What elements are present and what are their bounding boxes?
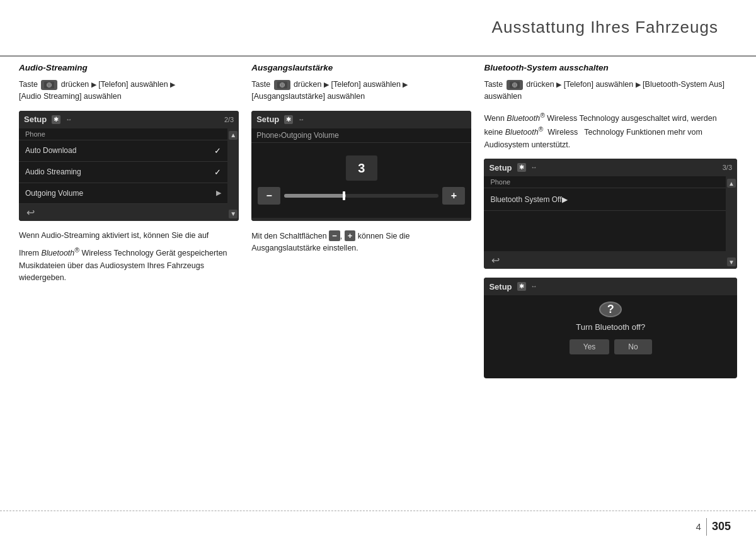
check-icon-auto-download: ✓	[214, 146, 221, 155]
usb-icon-3: ↔	[531, 164, 541, 171]
arrow-icon-outgoing-volume: ▶	[216, 189, 221, 197]
volume-path-label: Phone›Outgoing Volume	[251, 128, 471, 143]
menu-item-outgoing-volume: Outgoing Volume ▶	[19, 183, 227, 205]
screen-title-4: Setup	[489, 282, 512, 291]
instruction-audio-streaming: Taste drücken ▶ [Telefon] auswählen ▶ [A…	[19, 79, 239, 103]
volume-header: Setup ✱ ↔	[251, 111, 471, 128]
back-bar-2: ↩	[251, 218, 471, 221]
chapter-number: 4	[696, 521, 701, 532]
col-ausgangslautstarke: Ausgangslautstärke Taste drücken ▶ [Tele…	[251, 63, 471, 507]
taste-button-icon-3	[507, 80, 523, 90]
content-columns: Audio-Streaming Taste drücken ▶ [Telefon…	[19, 63, 737, 507]
bluetooth-icon-2: ✱	[284, 115, 293, 124]
scroll-down-btn-1[interactable]: ▼	[229, 210, 238, 218]
device-screen-ausgangslautstarke: Setup ✱ ↔ Phone›Outgoing Volume 3 − +	[251, 111, 471, 221]
back-bar-3: ↩	[484, 251, 726, 269]
col-audio-streaming: Audio-Streaming Taste drücken ▶ [Telefon…	[19, 63, 239, 507]
scroll-bar-3: ▲ ▼	[726, 176, 737, 269]
dialog-question-icon: ?	[599, 302, 622, 317]
scroll-up-btn-1[interactable]: ▲	[229, 131, 238, 140]
section-title-audio-streaming: Audio-Streaming	[19, 63, 239, 72]
section-title-ausgangslautstarke: Ausgangslautstärke	[251, 63, 471, 72]
volume-bar	[284, 194, 438, 198]
device-screen-audio-streaming: Setup ✱ ↔ 2/3 Phone Auto Download ✓ Audi…	[19, 111, 239, 221]
check-icon-audio-streaming: ✓	[214, 167, 221, 177]
instruction-bluetooth-off: Taste drücken ▶ [Telefon] auswählen ▶ [B…	[484, 79, 737, 103]
description-text-bt-off: Wenn Bluetooth® Wireless Technology ausg…	[484, 111, 737, 151]
page-footer: 4 305	[0, 511, 756, 542]
usb-icon-1: ↔	[66, 116, 76, 123]
volume-title: Setup	[256, 115, 279, 124]
description-text-volume: Mit den Schaltflächen −, + können Sie di…	[251, 230, 471, 255]
col-bluetooth-off: Bluetooth-System ausschalten Taste drück…	[484, 63, 737, 507]
device-screen-bt-off-menu: Setup ✱ ↔ 3/3 Phone Bluetooth System Off…	[484, 159, 737, 269]
taste-button-icon-1	[41, 80, 57, 90]
screen-header-4: Setup ✱ ↔	[484, 278, 737, 295]
footer-divider	[706, 518, 707, 536]
menu-item-bt-system-off: Bluetooth System Off ▶	[484, 188, 726, 211]
usb-icon-4: ↔	[531, 283, 541, 290]
back-arrow-icon-3: ↩	[491, 254, 500, 266]
menu-item-auto-download: Auto Download ✓	[19, 140, 227, 162]
scroll-down-btn-3[interactable]: ▼	[727, 257, 736, 266]
menu-item-audio-streaming: Audio Streaming ✓	[19, 162, 227, 183]
screen-header-1: Setup ✱ ↔ 2/3	[19, 111, 239, 128]
dialog-body: ? Turn Bluetooth off? Yes No	[484, 295, 737, 361]
scroll-up-btn-3[interactable]: ▲	[727, 179, 736, 188]
scroll-bar-1: ▲ ▼	[227, 128, 239, 221]
phone-label-1: Phone	[19, 128, 227, 140]
volume-number: 3	[346, 155, 377, 181]
back-arrow-icon-1: ↩	[26, 206, 35, 218]
back-arrow-icon-2: ↩	[259, 220, 267, 221]
page-title: Ausstattung Ihres Fahrzeugs	[492, 18, 718, 37]
back-bar-1: ↩	[19, 204, 227, 220]
volume-indicator	[343, 191, 345, 200]
phone-label-3: Phone	[484, 176, 726, 188]
arrow-icon-bt-off: ▶	[562, 195, 568, 204]
screen-header-3: Setup ✱ ↔ 3/3	[484, 159, 737, 176]
bluetooth-icon-1: ✱	[52, 115, 60, 124]
volume-plus-btn[interactable]: +	[442, 187, 465, 205]
description-text-audio-2: Ihrem Bluetooth® Wireless Technology Ger…	[19, 246, 239, 284]
usb-icon-2: ↔	[298, 116, 308, 123]
page-header: Ausstattung Ihres Fahrzeugs	[0, 0, 756, 57]
screen-title-3: Setup	[489, 163, 512, 172]
dialog-yes-btn[interactable]: Yes	[570, 339, 610, 354]
volume-body: 3 − +	[251, 143, 471, 218]
dialog-no-btn[interactable]: No	[614, 339, 651, 354]
description-text-audio-1: Wenn Audio-Streaming aktiviert ist, könn…	[19, 230, 239, 242]
screen-page-1: 2/3	[224, 116, 234, 123]
bluetooth-icon-3: ✱	[517, 163, 526, 172]
volume-minus-btn[interactable]: −	[258, 187, 280, 205]
volume-controls: − +	[258, 187, 465, 205]
device-screen-bt-dialog: Setup ✱ ↔ ? Turn Bluetooth off? Yes No	[484, 278, 737, 378]
screen-page-3: 3/3	[723, 164, 732, 171]
section-title-bluetooth-off: Bluetooth-System ausschalten	[484, 63, 737, 72]
page-number: 305	[712, 520, 731, 533]
screen-title-1: Setup	[24, 115, 47, 124]
instruction-ausgangslautstarke: Taste drücken ▶ [Telefon] auswählen ▶ [A…	[251, 79, 471, 103]
bluetooth-icon-4: ✱	[517, 282, 526, 291]
dialog-buttons: Yes No	[570, 339, 652, 354]
taste-button-icon-2	[274, 80, 290, 90]
dialog-question-text: Turn Bluetooth off?	[576, 322, 645, 332]
volume-bar-fill	[284, 194, 346, 198]
